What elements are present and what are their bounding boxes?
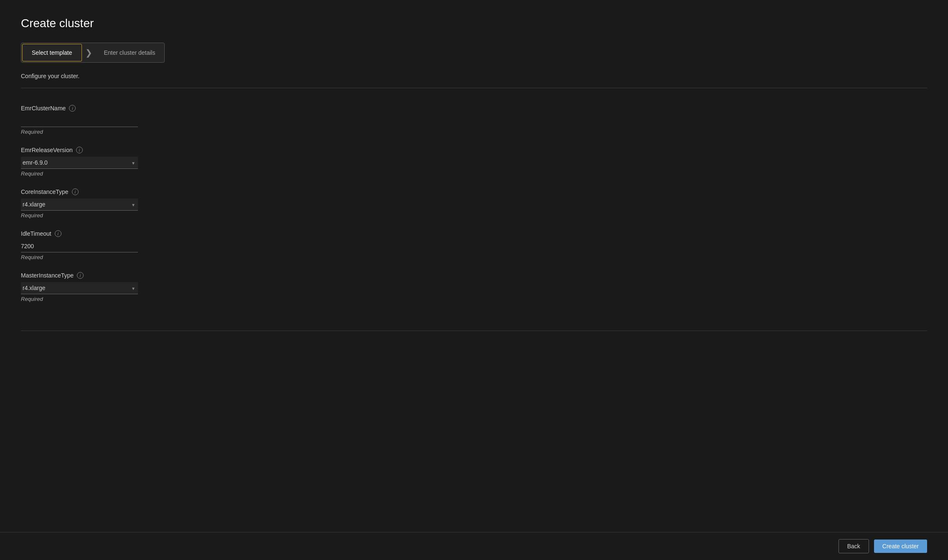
field-group-core-instance-type: CoreInstanceType i r4.xlarge r4.2xlarge …: [21, 188, 927, 219]
step-select-template[interactable]: Select template: [22, 44, 82, 61]
top-divider: [21, 88, 927, 88]
create-cluster-button[interactable]: Create cluster: [874, 540, 927, 553]
core-instance-type-select[interactable]: r4.xlarge r4.2xlarge r4.4xlarge m5.xlarg…: [21, 199, 138, 211]
field-label-master-instance-type: MasterInstanceType i: [21, 272, 927, 279]
required-label-master-instance-type: Required: [21, 296, 927, 302]
idle-timeout-input[interactable]: [21, 240, 138, 252]
back-button[interactable]: Back: [838, 539, 869, 553]
field-label-idle-timeout: IdleTimeout i: [21, 230, 927, 237]
field-label-emr-release-version: EmrReleaseVersion i: [21, 147, 927, 153]
field-label-core-instance-type: CoreInstanceType i: [21, 188, 927, 195]
info-icon-emr-release-version[interactable]: i: [76, 147, 83, 153]
info-icon-idle-timeout[interactable]: i: [55, 230, 61, 237]
step-enter-cluster-details-label: Enter cluster details: [104, 49, 155, 56]
step-select-template-label: Select template: [32, 49, 72, 56]
emr-release-version-select-wrapper: emr-6.9.0 emr-6.8.0 emr-6.7.0 emr-6.6.0: [21, 157, 138, 169]
emr-release-version-select[interactable]: emr-6.9.0 emr-6.8.0 emr-6.7.0 emr-6.6.0: [21, 157, 138, 169]
field-group-emr-cluster-name: EmrClusterName i Required: [21, 105, 927, 135]
step-enter-cluster-details[interactable]: Enter cluster details: [95, 44, 165, 61]
label-text-master-instance-type: MasterInstanceType: [21, 272, 74, 279]
steps-breadcrumb: Select template ❯ Enter cluster details: [21, 43, 165, 63]
required-label-emr-release-version: Required: [21, 171, 927, 177]
bottom-action-bar: Back Create cluster: [0, 532, 948, 560]
info-icon-master-instance-type[interactable]: i: [77, 272, 84, 279]
emr-cluster-name-input[interactable]: [21, 115, 138, 127]
step-arrow-icon: ❯: [83, 48, 95, 58]
label-text-emr-release-version: EmrReleaseVersion: [21, 147, 73, 153]
master-instance-type-select[interactable]: r4.xlarge r4.2xlarge r4.4xlarge m5.xlarg…: [21, 282, 138, 294]
required-label-emr-cluster-name: Required: [21, 129, 927, 135]
required-label-idle-timeout: Required: [21, 254, 927, 260]
label-text-core-instance-type: CoreInstanceType: [21, 188, 69, 195]
core-instance-type-select-wrapper: r4.xlarge r4.2xlarge r4.4xlarge m5.xlarg…: [21, 199, 138, 211]
form-section: EmrClusterName i Required EmrReleaseVers…: [21, 97, 927, 322]
info-icon-core-instance-type[interactable]: i: [72, 188, 79, 195]
form-subtitle: Configure your cluster.: [21, 73, 927, 79]
page-title: Create cluster: [21, 17, 927, 30]
required-label-core-instance-type: Required: [21, 212, 927, 219]
info-icon-emr-cluster-name[interactable]: i: [69, 105, 76, 112]
label-text-idle-timeout: IdleTimeout: [21, 230, 51, 237]
master-instance-type-select-wrapper: r4.xlarge r4.2xlarge r4.4xlarge m5.xlarg…: [21, 282, 138, 294]
label-text-emr-cluster-name: EmrClusterName: [21, 105, 66, 112]
field-label-emr-cluster-name: EmrClusterName i: [21, 105, 927, 112]
bottom-divider: [21, 331, 927, 331]
field-group-emr-release-version: EmrReleaseVersion i emr-6.9.0 emr-6.8.0 …: [21, 147, 927, 177]
field-group-idle-timeout: IdleTimeout i Required: [21, 230, 927, 260]
field-group-master-instance-type: MasterInstanceType i r4.xlarge r4.2xlarg…: [21, 272, 927, 302]
